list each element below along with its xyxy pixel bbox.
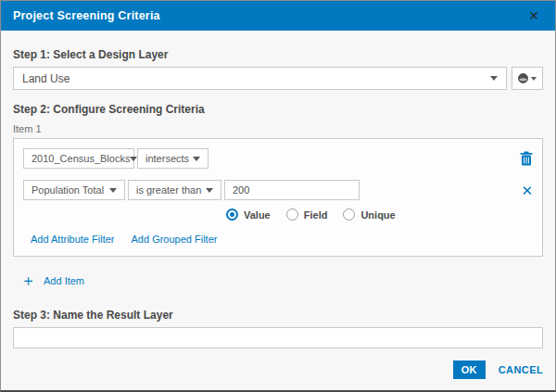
radio-value-label: Value: [244, 209, 271, 221]
step1-label: Step 1: Select a Design Layer: [13, 48, 543, 61]
chevron-down-icon: [531, 77, 537, 81]
remove-filter-button[interactable]: ✕: [521, 183, 533, 197]
radio-value-circle[interactable]: [226, 209, 238, 221]
attribute-field-value: Population Total: [32, 184, 104, 196]
chevron-down-icon: [193, 157, 200, 161]
chevron-down-icon: [490, 76, 498, 81]
attribute-value-input[interactable]: [224, 180, 360, 200]
add-attribute-filter-link[interactable]: Add Attribute Filter: [31, 234, 115, 245]
attribute-field-select[interactable]: Population Total: [23, 180, 125, 200]
spatial-operator-value: intersects: [145, 153, 189, 164]
design-layer-select[interactable]: Land Use: [13, 67, 507, 90]
add-item-label: Add Item: [44, 275, 84, 286]
chevron-down-icon: [206, 188, 213, 193]
attribute-filter-row: Population Total is greater than ✕: [23, 180, 533, 200]
spatial-operator-select[interactable]: intersects: [137, 148, 208, 169]
add-item-button[interactable]: ＋ Add Item: [13, 272, 543, 288]
trash-icon: [520, 151, 533, 166]
layer-options-button[interactable]: [512, 67, 543, 90]
radio-unique-circle[interactable]: [343, 209, 355, 221]
step2-label: Step 2: Configure Screening Criteria: [13, 103, 543, 116]
dialog-header: Project Screening Criteria ✕: [1, 1, 555, 31]
item-1-label: Item 1: [13, 123, 543, 134]
radio-unique-label: Unique: [360, 209, 395, 221]
ok-button[interactable]: OK: [453, 360, 486, 379]
chevron-down-icon: [109, 188, 117, 193]
dialog-footer: OK CANCEL: [453, 360, 543, 379]
close-icon[interactable]: ✕: [524, 7, 543, 24]
project-screening-criteria-dialog: Project Screening Criteria ✕ Step 1: Sel…: [0, 0, 556, 392]
add-grouped-filter-link[interactable]: Add Grouped Filter: [132, 234, 218, 245]
design-layer-row: Land Use: [13, 67, 543, 90]
filter-layer-value: 2010_Census_Blocks: [32, 153, 130, 164]
filter-links-row: Add Attribute Filter Add Grouped Filter: [23, 234, 533, 245]
radio-value[interactable]: Value: [226, 209, 271, 221]
layers-globe-icon: [518, 73, 528, 83]
attribute-operator-value: is greater than: [136, 184, 201, 196]
layer-filter-row: 2010_Census_Blocks intersects: [23, 148, 533, 169]
radio-field[interactable]: Field: [286, 209, 328, 221]
dialog-content: Step 1: Select a Design Layer Land Use S…: [1, 48, 555, 348]
delete-item-button[interactable]: [520, 151, 533, 166]
radio-field-label: Field: [304, 209, 328, 221]
radio-unique[interactable]: Unique: [343, 209, 395, 221]
plus-icon: ＋: [20, 272, 36, 288]
radio-field-circle[interactable]: [286, 209, 298, 221]
dialog-title: Project Screening Criteria: [13, 9, 160, 22]
attribute-operator-select[interactable]: is greater than: [128, 180, 221, 200]
value-type-radio-row: Value Field Unique: [226, 209, 533, 221]
cancel-button[interactable]: CANCEL: [499, 364, 543, 375]
step3-label: Step 3: Name the Result Layer: [13, 309, 543, 322]
screening-item-box: 2010_Census_Blocks intersects: [13, 138, 543, 257]
design-layer-value: Land Use: [22, 72, 70, 85]
filter-layer-select[interactable]: 2010_Census_Blocks: [23, 148, 134, 169]
remove-x-icon: ✕: [521, 183, 533, 197]
result-layer-name-input[interactable]: [13, 327, 543, 348]
